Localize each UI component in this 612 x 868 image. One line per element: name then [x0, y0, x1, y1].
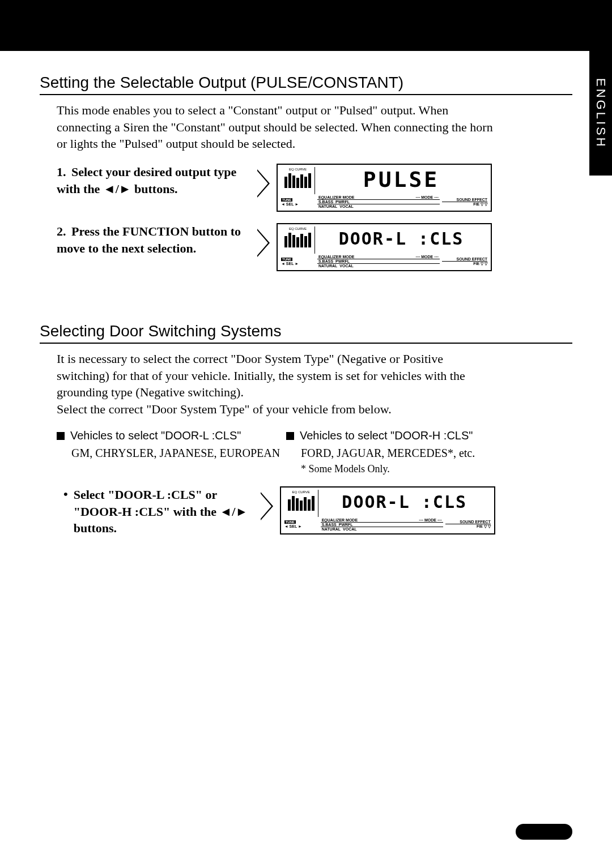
sel-label: ◄ SEL ► [281, 262, 315, 266]
sound-effect-label: SOUND EFFECT [442, 257, 487, 262]
top-black-bar [0, 0, 612, 51]
col-h-body: FORD, JAGUAR, MERCEDES*, etc. [301, 446, 516, 461]
display-pulse: EQ CURVE PULSE TUNE ◄ SEL ► EQUALIZER MO… [277, 164, 492, 212]
square-bullet-icon [286, 432, 294, 440]
tune-label: TUNE [284, 520, 296, 524]
section1-intro: This mode enables you to select a "Const… [57, 102, 572, 152]
col-l-body: GM, CHRYSLER, JAPANESE, EUROPEAN [71, 446, 286, 461]
col-l-heading-text: Vehicles to select "DOOR-L :CLS" [70, 429, 241, 442]
sel-label: ◄ SEL ► [284, 524, 318, 528]
natural-label: NATURAL [322, 527, 341, 531]
eqm-label: EQUALIZER MODE [318, 195, 354, 199]
step-2-row: 2.Press the FUNCTION button to move to t… [57, 223, 572, 271]
pointer-triangle-icon [261, 492, 273, 520]
display-door-1: EQ CURVE DOOR-L :CLS TUNE ◄ SEL ► EQUALI… [277, 223, 492, 271]
pointer-triangle-icon [257, 169, 270, 198]
lcd-text-3: DOOR-L :CLS [318, 490, 491, 517]
pwrfl-label: PWRFL [335, 200, 350, 204]
step-2-num: 2. [57, 223, 71, 240]
page-footer-pill [516, 824, 572, 840]
section1-heading: Setting the Selectable Output (PULSE/CON… [40, 74, 572, 95]
column-door-l: Vehicles to select "DOOR-L :CLS" GM, CHR… [57, 429, 286, 475]
col-l-heading: Vehicles to select "DOOR-L :CLS" [57, 429, 286, 442]
page-content: Setting the Selectable Output (PULSE/CON… [0, 51, 612, 537]
bullet-dot-icon: • [63, 486, 68, 503]
vocal-label: VOCAL [339, 264, 354, 268]
sbass-label: S.BASS [318, 200, 333, 204]
sel-label: ◄ SEL ► [281, 202, 315, 206]
step-1-body: Select your desired output type with the… [57, 165, 236, 196]
eqm-label: EQUALIZER MODE [322, 518, 358, 522]
eqm-label: EQUALIZER MODE [318, 255, 354, 259]
tune-label: TUNE [281, 258, 292, 261]
step-1-text: 1.Select your desired output type with t… [57, 164, 255, 197]
eq-curve-box: EQ CURVE [281, 226, 315, 254]
natural-label: NATURAL [318, 264, 337, 268]
section2-intro: It is necessary to select the correct "D… [57, 350, 572, 418]
vocal-label: VOCAL [339, 204, 354, 208]
eq-curve-box: EQ CURVE [281, 167, 315, 194]
eq-curve-label: EQ CURVE [282, 227, 313, 230]
pwrfl-label: PWRFL [339, 523, 353, 527]
tune-label: TUNE [281, 198, 292, 202]
sound-effect-label: SOUND EFFECT [445, 520, 491, 524]
lcd-text-2: DOOR-L :CLS [315, 226, 487, 254]
eq-curve-box: EQ CURVE [284, 490, 318, 517]
vocal-label: VOCAL [343, 527, 357, 531]
eq-curve-label: EQ CURVE [282, 168, 313, 171]
natural-label: NATURAL [318, 204, 337, 208]
fie-label: FIE ▽ ▽ [445, 524, 491, 529]
sbass-label: S.BASS [318, 259, 333, 263]
lcd-text-1: PULSE [315, 167, 487, 194]
sound-effect-label: SOUND EFFECT [442, 198, 487, 202]
bullet-step-text: Select "DOOR-L :CLS" or "DOOR-H :CLS" wi… [74, 486, 249, 537]
step-1-num: 1. [57, 164, 71, 181]
pwrfl-label: PWRFL [335, 259, 350, 263]
col-h-heading-text: Vehicles to select "DOOR-H :CLS" [300, 429, 473, 442]
square-bullet-icon [57, 432, 65, 440]
display-door-2: EQ CURVE DOOR-L :CLS TUNE ◄ SEL ► EQUALI… [280, 486, 495, 535]
mode-label: ···· MODE ···· [419, 518, 441, 522]
mode-label: ···· MODE ···· [416, 255, 439, 259]
step-2-body: Press the FUNCTION button to move to the… [57, 224, 241, 255]
col-h-heading: Vehicles to select "DOOR-H :CLS" [286, 429, 516, 442]
mode-label: ···· MODE ···· [416, 195, 439, 199]
column-door-h: Vehicles to select "DOOR-H :CLS" FORD, J… [286, 429, 516, 475]
step-2-text: 2.Press the FUNCTION button to move to t… [57, 223, 255, 256]
fie-label: FIE ▽ ▽ [442, 262, 487, 266]
language-tab: ENGLISH [589, 51, 612, 176]
pointer-triangle-icon [257, 229, 270, 257]
eq-curve-label: EQ CURVE [286, 490, 317, 494]
col-h-footnote: * Some Models Only. [301, 463, 516, 475]
section2-heading: Selecting Door Switching Systems [40, 322, 572, 344]
bullet-step-row: • Select "DOOR-L :CLS" or "DOOR-H :CLS" … [63, 486, 572, 537]
fie-label: FIE ▽ ▽ [442, 202, 487, 207]
step-1-row: 1.Select your desired output type with t… [57, 164, 572, 212]
vehicle-columns: Vehicles to select "DOOR-L :CLS" GM, CHR… [57, 429, 572, 475]
sbass-label: S.BASS [322, 523, 337, 527]
